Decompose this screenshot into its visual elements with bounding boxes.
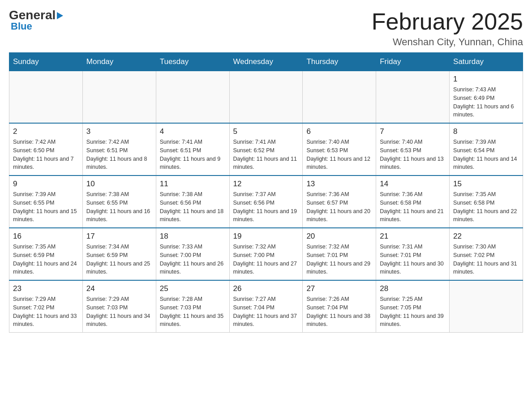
logo: General Blue: [9, 9, 63, 32]
day-info: Sunrise: 7:32 AMSunset: 7:01 PMDaylight:…: [306, 243, 372, 276]
day-info: Sunrise: 7:43 AMSunset: 6:49 PMDaylight:…: [453, 86, 519, 119]
table-row: [376, 71, 450, 124]
day-info: Sunrise: 7:38 AMSunset: 6:55 PMDaylight:…: [86, 190, 152, 224]
table-row: 6Sunrise: 7:40 AMSunset: 6:53 PMDaylight…: [303, 123, 376, 176]
day-info: Sunrise: 7:42 AMSunset: 6:51 PMDaylight:…: [86, 138, 152, 171]
table-row: 22Sunrise: 7:30 AMSunset: 7:02 PMDayligh…: [450, 228, 523, 280]
page-header: General Blue February 2025 Wenshan City,…: [9, 9, 523, 48]
day-number: 28: [380, 284, 446, 293]
table-row: 24Sunrise: 7:29 AMSunset: 7:03 PMDayligh…: [82, 280, 156, 333]
day-number: 13: [306, 180, 372, 188]
table-row: [9, 71, 83, 124]
table-row: 1Sunrise: 7:43 AMSunset: 6:49 PMDaylight…: [450, 71, 523, 124]
table-row: 3Sunrise: 7:42 AMSunset: 6:51 PMDaylight…: [82, 123, 156, 176]
day-number: 18: [160, 232, 226, 241]
day-number: 7: [380, 127, 446, 136]
day-info: Sunrise: 7:41 AMSunset: 6:51 PMDaylight:…: [160, 138, 226, 171]
day-number: 5: [233, 127, 299, 136]
table-row: 17Sunrise: 7:34 AMSunset: 6:59 PMDayligh…: [82, 228, 156, 280]
day-info: Sunrise: 7:25 AMSunset: 7:05 PMDaylight:…: [380, 295, 446, 329]
day-info: Sunrise: 7:42 AMSunset: 6:50 PMDaylight:…: [13, 138, 79, 171]
week-row-4: 16Sunrise: 7:35 AMSunset: 6:59 PMDayligh…: [9, 228, 523, 280]
day-number: 4: [160, 127, 226, 136]
table-row: [156, 71, 229, 124]
table-row: [450, 280, 523, 333]
table-row: 23Sunrise: 7:29 AMSunset: 7:02 PMDayligh…: [9, 280, 83, 333]
day-number: 6: [306, 127, 372, 136]
table-row: 9Sunrise: 7:39 AMSunset: 6:55 PMDaylight…: [9, 176, 83, 228]
week-row-5: 23Sunrise: 7:29 AMSunset: 7:02 PMDayligh…: [9, 280, 523, 333]
day-number: 27: [306, 284, 372, 293]
table-row: 13Sunrise: 7:36 AMSunset: 6:57 PMDayligh…: [303, 176, 376, 228]
day-info: Sunrise: 7:41 AMSunset: 6:52 PMDaylight:…: [233, 138, 299, 171]
header-friday: Friday: [376, 53, 450, 71]
day-info: Sunrise: 7:38 AMSunset: 6:56 PMDaylight:…: [160, 190, 226, 224]
table-row: 20Sunrise: 7:32 AMSunset: 7:01 PMDayligh…: [303, 228, 376, 280]
header-monday: Monday: [82, 53, 156, 71]
table-row: 16Sunrise: 7:35 AMSunset: 6:59 PMDayligh…: [9, 228, 83, 280]
day-number: 23: [13, 284, 79, 293]
day-info: Sunrise: 7:32 AMSunset: 7:00 PMDaylight:…: [233, 243, 299, 276]
calendar-table: Sunday Monday Tuesday Wednesday Thursday…: [9, 52, 523, 333]
day-info: Sunrise: 7:40 AMSunset: 6:53 PMDaylight:…: [380, 138, 446, 171]
day-info: Sunrise: 7:37 AMSunset: 6:56 PMDaylight:…: [233, 190, 299, 224]
day-number: 1: [453, 75, 519, 84]
table-row: 7Sunrise: 7:40 AMSunset: 6:53 PMDaylight…: [376, 123, 450, 176]
day-info: Sunrise: 7:33 AMSunset: 7:00 PMDaylight:…: [160, 243, 226, 276]
day-number: 19: [233, 232, 299, 241]
day-info: Sunrise: 7:29 AMSunset: 7:02 PMDaylight:…: [13, 295, 79, 329]
day-number: 22: [453, 232, 519, 241]
day-number: 12: [233, 180, 299, 188]
table-row: 28Sunrise: 7:25 AMSunset: 7:05 PMDayligh…: [376, 280, 450, 333]
day-number: 26: [233, 284, 299, 293]
header-wednesday: Wednesday: [229, 53, 303, 71]
table-row: 14Sunrise: 7:36 AMSunset: 6:58 PMDayligh…: [376, 176, 450, 228]
day-number: 17: [86, 232, 152, 241]
table-row: 5Sunrise: 7:41 AMSunset: 6:52 PMDaylight…: [229, 123, 303, 176]
table-row: 11Sunrise: 7:38 AMSunset: 6:56 PMDayligh…: [156, 176, 229, 228]
table-row: [82, 71, 156, 124]
table-row: 15Sunrise: 7:35 AMSunset: 6:58 PMDayligh…: [450, 176, 523, 228]
day-info: Sunrise: 7:31 AMSunset: 7:01 PMDaylight:…: [380, 243, 446, 276]
day-info: Sunrise: 7:28 AMSunset: 7:03 PMDaylight:…: [160, 295, 226, 329]
day-number: 10: [86, 180, 152, 188]
weekday-header-row: Sunday Monday Tuesday Wednesday Thursday…: [9, 53, 523, 71]
day-info: Sunrise: 7:30 AMSunset: 7:02 PMDaylight:…: [453, 243, 519, 276]
day-info: Sunrise: 7:34 AMSunset: 6:59 PMDaylight:…: [86, 243, 152, 276]
day-info: Sunrise: 7:40 AMSunset: 6:53 PMDaylight:…: [306, 138, 372, 171]
day-info: Sunrise: 7:36 AMSunset: 6:58 PMDaylight:…: [380, 190, 446, 224]
day-info: Sunrise: 7:35 AMSunset: 6:59 PMDaylight:…: [13, 243, 79, 276]
day-number: 20: [306, 232, 372, 241]
table-row: 12Sunrise: 7:37 AMSunset: 6:56 PMDayligh…: [229, 176, 303, 228]
header-sunday: Sunday: [9, 53, 83, 71]
day-number: 8: [453, 127, 519, 136]
logo-general: General: [9, 9, 63, 21]
day-number: 21: [380, 232, 446, 241]
month-title: February 2025: [372, 9, 523, 34]
table-row: 27Sunrise: 7:26 AMSunset: 7:04 PMDayligh…: [303, 280, 376, 333]
table-row: 8Sunrise: 7:39 AMSunset: 6:54 PMDaylight…: [450, 123, 523, 176]
logo-blue: Blue: [11, 21, 32, 32]
day-number: 14: [380, 180, 446, 188]
table-row: 4Sunrise: 7:41 AMSunset: 6:51 PMDaylight…: [156, 123, 229, 176]
week-row-2: 2Sunrise: 7:42 AMSunset: 6:50 PMDaylight…: [9, 123, 523, 176]
table-row: 26Sunrise: 7:27 AMSunset: 7:04 PMDayligh…: [229, 280, 303, 333]
day-number: 16: [13, 232, 79, 241]
week-row-3: 9Sunrise: 7:39 AMSunset: 6:55 PMDaylight…: [9, 176, 523, 228]
title-section: February 2025 Wenshan City, Yunnan, Chin…: [372, 9, 523, 48]
header-thursday: Thursday: [303, 53, 376, 71]
table-row: 18Sunrise: 7:33 AMSunset: 7:00 PMDayligh…: [156, 228, 229, 280]
day-number: 24: [86, 284, 152, 293]
day-number: 2: [13, 127, 79, 136]
day-info: Sunrise: 7:35 AMSunset: 6:58 PMDaylight:…: [453, 190, 519, 224]
table-row: 19Sunrise: 7:32 AMSunset: 7:00 PMDayligh…: [229, 228, 303, 280]
logo-arrow-icon: [57, 12, 63, 19]
day-info: Sunrise: 7:26 AMSunset: 7:04 PMDaylight:…: [306, 295, 372, 329]
location-title: Wenshan City, Yunnan, China: [372, 36, 523, 48]
header-saturday: Saturday: [450, 53, 523, 71]
header-tuesday: Tuesday: [156, 53, 229, 71]
day-info: Sunrise: 7:36 AMSunset: 6:57 PMDaylight:…: [306, 190, 372, 224]
week-row-1: 1Sunrise: 7:43 AMSunset: 6:49 PMDaylight…: [9, 71, 523, 124]
table-row: [229, 71, 303, 124]
day-number: 25: [160, 284, 226, 293]
